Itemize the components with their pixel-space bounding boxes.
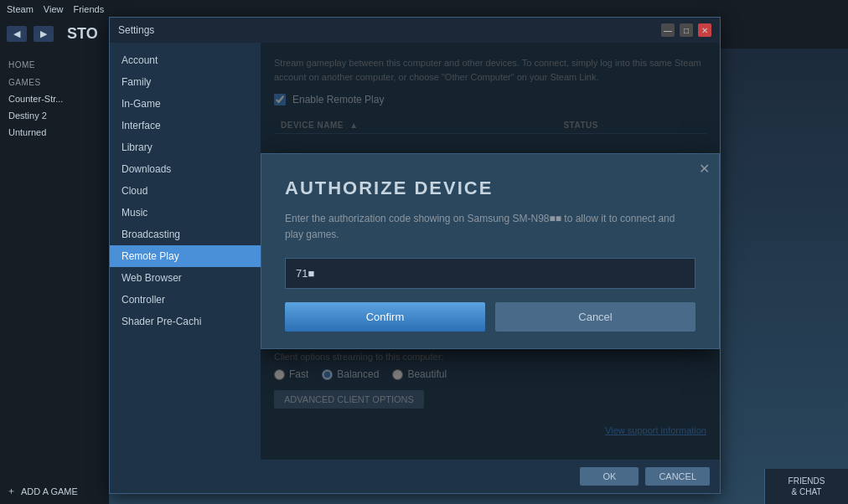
settings-body: Account Family In-Game Interface Library… [110, 43, 720, 460]
game-item-3[interactable]: Unturned [0, 124, 109, 141]
add-game-button[interactable]: ＋ ADD A GAME [7, 485, 78, 497]
authorize-code-input[interactable] [285, 258, 695, 289]
authorize-dialog: ✕ AUTHORIZE DEVICE Enter the authorizati… [261, 153, 720, 349]
add-game-label: ADD A GAME [21, 486, 78, 496]
ok-button[interactable]: OK [580, 467, 639, 486]
menu-friends[interactable]: Friends [73, 4, 104, 14]
nav-remoteplay[interactable]: Remote Play [110, 245, 261, 267]
settings-sidebar: Account Family In-Game Interface Library… [110, 43, 261, 460]
settings-footer: OK CANCEL [110, 460, 720, 493]
confirm-button[interactable]: Confirm [285, 302, 485, 332]
menu-view[interactable]: View [44, 4, 64, 14]
home-section: HOME [0, 55, 109, 73]
nav-shader[interactable]: Shader Pre-Cachi [110, 311, 261, 332]
settings-content: Stream gameplay between this computer an… [261, 43, 720, 460]
nav-controller[interactable]: Controller [110, 289, 261, 311]
nav-ingame[interactable]: In-Game [110, 93, 261, 115]
settings-titlebar: Settings — □ ✕ [110, 18, 720, 43]
settings-window: Settings — □ ✕ Account Family In-Game In… [109, 17, 721, 494]
game-item-1[interactable]: Counter-Str... [0, 90, 109, 107]
nav-broadcasting[interactable]: Broadcasting [110, 224, 261, 245]
cancel-button[interactable]: Cancel [495, 302, 695, 332]
nav-account[interactable]: Account [110, 49, 261, 71]
nav-cloud[interactable]: Cloud [110, 180, 261, 202]
authorize-buttons: Confirm Cancel [285, 302, 695, 332]
nav-downloads[interactable]: Downloads [110, 158, 261, 180]
store-title: STO [67, 25, 98, 43]
titlebar-controls: — □ ✕ [661, 23, 711, 37]
authorize-body: AUTHORIZE DEVICE Enter the authorization… [261, 154, 719, 348]
authorize-close-button[interactable]: ✕ [695, 161, 712, 177]
nav-webbrowser[interactable]: Web Browser [110, 267, 261, 289]
forward-button[interactable]: ▶ [34, 26, 54, 42]
add-icon: ＋ [7, 485, 16, 497]
authorize-description: Enter the authorization code showing on … [285, 211, 695, 243]
nav-music[interactable]: Music [110, 202, 261, 224]
authorize-overlay: ✕ AUTHORIZE DEVICE Enter the authorizati… [261, 43, 720, 460]
friends-chat-button[interactable]: FRIENDS& CHAT [764, 469, 848, 504]
minimize-button[interactable]: — [661, 23, 675, 37]
games-section: GAMES [0, 73, 109, 90]
settings-title: Settings [118, 24, 154, 36]
steam-topbar: Steam View Friends [0, 0, 848, 18]
game-item-2[interactable]: Destiny 2 [0, 107, 109, 124]
maximize-button[interactable]: □ [680, 23, 693, 37]
menu-steam[interactable]: Steam [7, 4, 34, 14]
friends-chat-label: FRIENDS& CHAT [789, 476, 825, 497]
back-button[interactable]: ◀ [7, 26, 27, 42]
left-sidebar: HOME GAMES Counter-Str... Destiny 2 Untu… [0, 49, 109, 504]
authorize-title: AUTHORIZE DEVICE [285, 177, 695, 199]
close-button[interactable]: ✕ [698, 23, 711, 37]
cancel-footer-button[interactable]: CANCEL [645, 467, 710, 486]
nav-family[interactable]: Family [110, 71, 261, 93]
nav-interface[interactable]: Interface [110, 115, 261, 136]
nav-library[interactable]: Library [110, 136, 261, 158]
